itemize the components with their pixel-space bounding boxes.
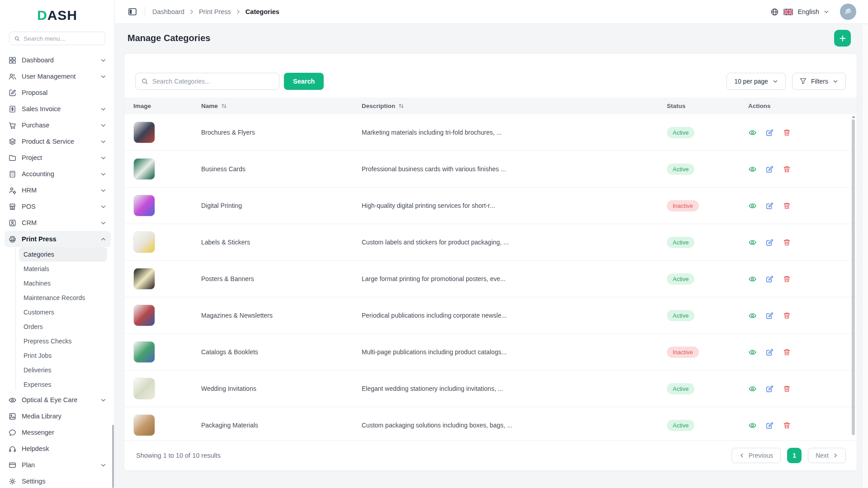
- sort-icon[interactable]: [221, 103, 227, 109]
- sidebar-item-helpdesk[interactable]: Helpdesk: [5, 441, 111, 457]
- sidebar-item-product-service[interactable]: Product & Service: [5, 133, 111, 150]
- sidebar-item-purchase[interactable]: Purchase: [5, 117, 111, 133]
- category-name: Digital Printing: [201, 202, 362, 209]
- sidebar-item-media-library[interactable]: Media Library: [5, 408, 111, 424]
- view-icon[interactable]: [748, 421, 757, 430]
- sidebar-item-crm[interactable]: CRM: [5, 215, 111, 231]
- filters-button[interactable]: Filters: [792, 73, 846, 90]
- column-header-description[interactable]: Description: [362, 103, 667, 109]
- edit-icon[interactable]: [765, 202, 774, 210]
- sidebar-item-pos[interactable]: POS: [5, 198, 111, 215]
- sidebar-item-accounting[interactable]: Accounting: [5, 166, 111, 182]
- category-image[interactable]: [133, 122, 155, 143]
- category-name: Magazines & Newsletters: [201, 312, 362, 319]
- sidebar-item-user-management[interactable]: User Management: [5, 68, 111, 84]
- sidebar-item-proposal[interactable]: Proposal: [5, 84, 111, 101]
- chevron-down-icon: [100, 106, 106, 112]
- sidebar-item-messenger[interactable]: Messenger: [5, 424, 111, 441]
- sidebar-search[interactable]: [9, 32, 105, 45]
- delete-icon[interactable]: [783, 311, 791, 320]
- view-icon[interactable]: [748, 311, 757, 320]
- sidebar-subitem-machines[interactable]: Machines: [19, 276, 107, 291]
- sidebar-item-project[interactable]: Project: [5, 150, 111, 166]
- view-icon[interactable]: [748, 128, 757, 137]
- edit-icon[interactable]: [765, 165, 774, 174]
- sidebar-subitem-prepress-checks[interactable]: Prepress Checks: [19, 334, 107, 348]
- sidebar-item-print-press[interactable]: Print Press: [5, 231, 111, 247]
- sidebar-toggle-icon[interactable]: [127, 7, 137, 17]
- breadcrumb-print-press[interactable]: Print Press: [199, 8, 231, 15]
- sidebar-subitem-expenses[interactable]: Expenses: [19, 377, 107, 392]
- category-image[interactable]: [133, 158, 155, 180]
- sidebar-subitem-customers[interactable]: Customers: [19, 305, 107, 319]
- delete-icon[interactable]: [783, 385, 791, 393]
- category-image[interactable]: [133, 268, 155, 290]
- sidebar-subitem-print-jobs[interactable]: Print Jobs: [19, 348, 107, 363]
- category-image[interactable]: [133, 414, 155, 436]
- breadcrumb-dashboard[interactable]: Dashboard: [152, 8, 184, 15]
- sidebar-subitem-maintenance-records[interactable]: Maintenance Records: [19, 291, 107, 305]
- chevron-down-icon[interactable]: [824, 9, 829, 14]
- sidebar-item-hrm[interactable]: HRM: [5, 182, 111, 198]
- page-scrollbar[interactable]: [862, 24, 868, 488]
- previous-page-button[interactable]: Previous: [731, 448, 781, 463]
- per-page-select[interactable]: 10 per page: [726, 73, 786, 90]
- edit-icon[interactable]: [765, 348, 774, 357]
- sidebar-subitem-categories[interactable]: Categories: [19, 247, 107, 262]
- sidebar-item-dashboard[interactable]: Dashboard: [5, 52, 111, 68]
- scrollbar-up-arrow[interactable]: [852, 116, 855, 118]
- categories-search-input[interactable]: [152, 78, 274, 85]
- categories-search[interactable]: [135, 73, 279, 90]
- column-header-name[interactable]: Name: [201, 103, 362, 109]
- view-icon[interactable]: [748, 202, 757, 210]
- sidebar-item-settings[interactable]: Settings: [5, 473, 111, 488]
- column-header-status: Status: [667, 103, 748, 109]
- view-icon[interactable]: [748, 275, 757, 283]
- edit-icon[interactable]: [765, 128, 774, 137]
- category-image[interactable]: [133, 231, 155, 253]
- sidebar-subitem-deliveries[interactable]: Deliveries: [19, 363, 107, 377]
- sort-icon[interactable]: [398, 103, 404, 109]
- category-image[interactable]: [133, 378, 155, 399]
- view-icon[interactable]: [748, 385, 757, 393]
- sidebar-scrollbar[interactable]: [112, 425, 114, 488]
- view-icon[interactable]: [748, 348, 757, 357]
- delete-icon[interactable]: [783, 238, 791, 247]
- delete-icon[interactable]: [783, 421, 791, 430]
- edit-icon[interactable]: [765, 421, 774, 430]
- next-page-button[interactable]: Next: [808, 448, 846, 463]
- delete-icon[interactable]: [783, 165, 791, 174]
- category-image[interactable]: [133, 195, 155, 216]
- add-category-button[interactable]: [834, 30, 851, 47]
- language-selector[interactable]: English: [797, 8, 819, 15]
- printer-icon: [8, 235, 17, 244]
- sidebar-item-plan[interactable]: Plan: [5, 457, 111, 473]
- table-scrollbar[interactable]: [851, 116, 855, 438]
- sidebar-item-label: Accounting: [22, 170, 54, 178]
- search-button[interactable]: Search: [284, 73, 324, 90]
- chevron-down-icon: [100, 220, 106, 226]
- user-avatar[interactable]: [840, 4, 856, 20]
- category-image[interactable]: [133, 341, 155, 363]
- view-icon[interactable]: [748, 238, 757, 247]
- sidebar-subitem-orders[interactable]: Orders: [19, 319, 107, 334]
- delete-icon[interactable]: [783, 202, 791, 210]
- edit-icon[interactable]: [765, 275, 774, 283]
- delete-icon[interactable]: [783, 275, 791, 283]
- delete-icon[interactable]: [783, 348, 791, 357]
- sidebar-item-sales-invoice[interactable]: Sales Invoice: [5, 101, 111, 117]
- view-icon[interactable]: [748, 165, 757, 174]
- category-image[interactable]: [133, 305, 155, 326]
- page-1-button[interactable]: 1: [787, 448, 802, 463]
- edit-icon[interactable]: [765, 238, 774, 247]
- table-row: Packaging Materials Custom packaging sol…: [124, 407, 857, 440]
- status-badge: Active: [667, 383, 694, 394]
- edit-icon[interactable]: [765, 311, 774, 320]
- sidebar-item-optical-eye-care[interactable]: Optical & Eye Care: [5, 392, 111, 408]
- sidebar-search-input[interactable]: [24, 35, 100, 42]
- filters-label: Filters: [811, 78, 828, 85]
- delete-icon[interactable]: [783, 128, 791, 137]
- scrollbar-thumb[interactable]: [852, 119, 855, 435]
- edit-icon[interactable]: [765, 385, 774, 393]
- sidebar-subitem-materials[interactable]: Materials: [19, 262, 107, 276]
